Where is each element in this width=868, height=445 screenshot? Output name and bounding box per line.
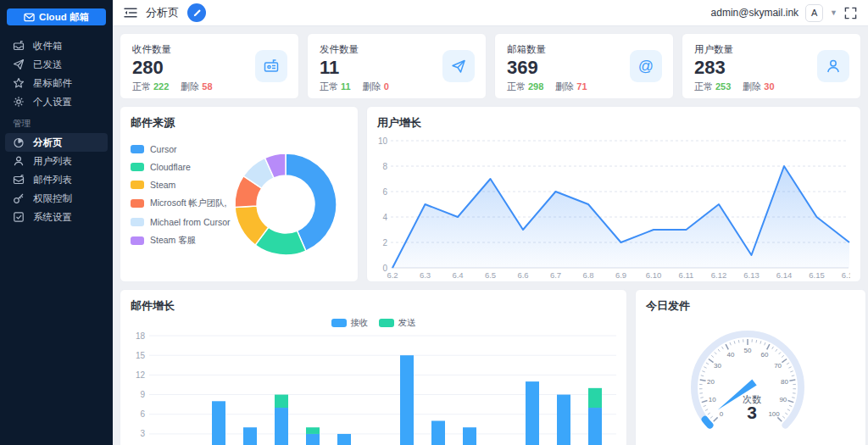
bar-chart: 181512963 [131, 330, 620, 445]
svg-text:10: 10 [378, 136, 388, 146]
svg-text:3: 3 [140, 429, 145, 438]
gauge-chart: 0102030405060708090100次数3 [646, 314, 855, 444]
chevron-down-icon[interactable]: ▼ [830, 8, 837, 17]
at-icon: @ [630, 50, 662, 82]
header-bar: 分析页 admin@skymail.ink A ▼ [113, 0, 868, 26]
inbox-icon [13, 40, 25, 52]
svg-text:6.12: 6.12 [711, 270, 727, 280]
panel-title: 邮件增长 [131, 298, 616, 314]
sidebar-item-label: 收件箱 [33, 40, 63, 53]
svg-text:15: 15 [136, 351, 146, 360]
sidebar-section-label: 管理 [0, 111, 113, 133]
svg-text:6.3: 6.3 [420, 270, 431, 280]
svg-text:6: 6 [140, 409, 145, 419]
legend-item[interactable]: Michael from Cursor [131, 217, 231, 227]
user-menu[interactable]: admin@skymail.ink A ▼ [711, 4, 857, 22]
stat-card-sent: 发件数量 11 正常11 删除0 [307, 33, 487, 99]
charts-row: 邮件来源 Cursor Cloudflare Steam Microsoft 帐… [120, 106, 861, 282]
line-chart: 02468106.26.36.46.56.66.76.86.96.106.116… [377, 132, 850, 285]
sidebar-item-inbox[interactable]: 收件箱 [0, 36, 113, 55]
sidebar-item-analytics[interactable]: 分析页 [5, 133, 108, 152]
svg-text:12: 12 [136, 370, 146, 380]
svg-text:90: 90 [779, 396, 787, 403]
svg-text:9: 9 [140, 390, 145, 399]
sidebar-item-sent[interactable]: 已发送 [0, 55, 113, 74]
panel-title: 用户增长 [377, 115, 850, 131]
sidebar-item-label: 权限控制 [33, 192, 72, 205]
legend-item[interactable]: Steam 客服 [131, 235, 231, 247]
logo-text: Cloud 邮箱 [39, 11, 89, 24]
stat-deleted: 删除58 [181, 81, 212, 93]
stat-deleted: 删除0 [363, 81, 389, 93]
avatar[interactable]: A [805, 4, 823, 22]
pie-chart-icon [13, 136, 25, 148]
svg-text:6.10: 6.10 [646, 270, 662, 280]
stat-deleted: 删除30 [743, 81, 774, 93]
legend-item[interactable]: 接收 [331, 317, 369, 329]
svg-text:6.16: 6.16 [842, 270, 850, 280]
stats-row: 收件数量 280 正常222 删除58 发件数量 11 正常11 删除0 [120, 33, 861, 99]
gear-icon [13, 96, 25, 108]
svg-text:18: 18 [136, 331, 146, 341]
svg-text:4: 4 [382, 213, 387, 222]
svg-text:6.9: 6.9 [615, 270, 626, 280]
sidebar-item-label: 分析页 [33, 136, 63, 149]
stat-normal: 正常253 [694, 81, 731, 93]
user-growth-panel: 用户增长 02468106.26.36.46.56.66.76.86.96.10… [366, 106, 861, 282]
legend-item[interactable]: Cloudflare [131, 162, 231, 172]
sidebar: Cloud 邮箱 收件箱 已发送 星标邮件 个人设置 管理 分析页 用户列表 邮… [0, 0, 113, 445]
mail-source-panel: 邮件来源 Cursor Cloudflare Steam Microsoft 帐… [120, 106, 359, 282]
svg-text:6.8: 6.8 [582, 270, 593, 280]
svg-text:60: 60 [761, 351, 769, 359]
svg-text:0: 0 [720, 410, 724, 418]
fullscreen-icon[interactable] [844, 7, 857, 19]
page-title: 分析页 [146, 5, 179, 20]
sidebar-item-users[interactable]: 用户列表 [0, 152, 113, 170]
user-email: admin@skymail.ink [711, 7, 799, 19]
sidebar-item-label: 星标邮件 [33, 77, 72, 90]
svg-text:3: 3 [747, 403, 757, 422]
stat-normal: 正常298 [507, 81, 543, 93]
svg-text:6.4: 6.4 [452, 270, 463, 280]
svg-text:6.6: 6.6 [517, 270, 528, 280]
dashboard-content: 收件数量 280 正常222 删除58 发件数量 11 正常11 删除0 [113, 26, 868, 445]
sidebar-item-system[interactable]: 系统设置 [0, 208, 113, 226]
sidebar-item-permissions[interactable]: 权限控制 [0, 189, 113, 208]
legend-item[interactable]: Cursor [131, 144, 231, 154]
svg-text:6.7: 6.7 [550, 270, 561, 280]
mail-list-icon [13, 174, 25, 186]
svg-text:80: 80 [781, 378, 788, 386]
sidebar-item-settings[interactable]: 个人设置 [0, 92, 113, 111]
sidebar-item-label: 个人设置 [33, 96, 72, 108]
stat-normal: 正常222 [132, 81, 169, 93]
paper-plane-icon [13, 58, 25, 70]
svg-text:6.11: 6.11 [679, 270, 694, 280]
stat-card-received: 收件数量 280 正常222 删除58 [120, 33, 299, 99]
legend-item[interactable]: Microsoft 帐户团队, [131, 197, 231, 209]
svg-text:10: 10 [709, 396, 716, 403]
collapse-sidebar-icon[interactable] [124, 7, 137, 19]
postcard-icon [255, 50, 287, 82]
svg-text:30: 30 [714, 362, 721, 370]
panel-title: 邮件来源 [131, 115, 348, 131]
legend-item[interactable]: 发送 [379, 317, 416, 329]
logo-button[interactable]: Cloud 邮箱 [7, 8, 106, 25]
svg-text:6.14: 6.14 [776, 270, 793, 280]
sidebar-item-label: 邮件列表 [33, 174, 72, 186]
svg-text:6: 6 [382, 187, 387, 197]
mail-growth-panel: 邮件增长 接收 发送 181512963 [120, 289, 627, 445]
stat-deleted: 删除71 [555, 81, 587, 93]
user-icon [817, 50, 849, 82]
svg-text:6.5: 6.5 [485, 270, 496, 280]
svg-text:6.13: 6.13 [743, 270, 760, 280]
edit-button[interactable] [187, 3, 206, 22]
svg-text:2: 2 [382, 238, 387, 248]
sidebar-item-label: 用户列表 [33, 155, 72, 168]
sidebar-item-label: 系统设置 [33, 211, 72, 224]
sidebar-item-mail-list[interactable]: 邮件列表 [0, 170, 113, 189]
svg-text:6.15: 6.15 [809, 270, 825, 280]
system-settings-icon [13, 211, 25, 223]
legend-item[interactable]: Steam [131, 180, 231, 190]
sidebar-item-starred[interactable]: 星标邮件 [0, 74, 113, 92]
svg-text:20: 20 [707, 378, 715, 386]
